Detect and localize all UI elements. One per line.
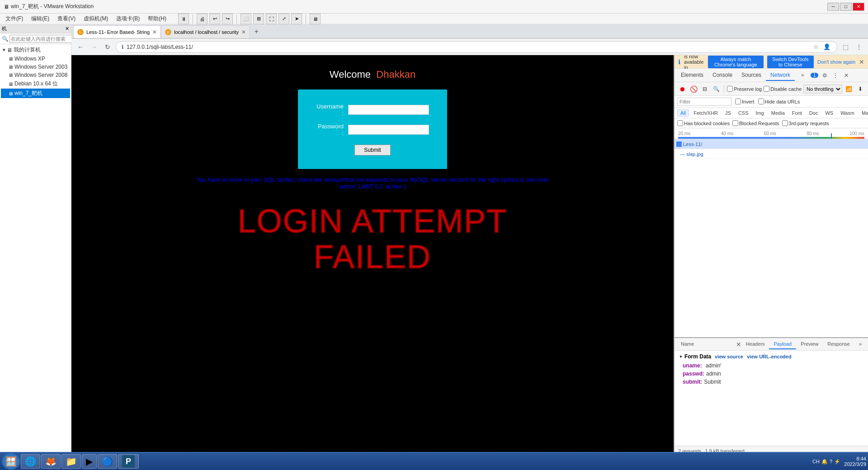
toolbar-back-button[interactable]: ↩ xyxy=(209,14,220,24)
filter-fetch-xhr[interactable]: Fetch/XHR xyxy=(691,110,721,116)
password-input[interactable] xyxy=(348,125,429,135)
hide-data-urls-label[interactable]: Hide data URLs xyxy=(758,99,800,104)
profile-icon[interactable]: 👤 xyxy=(822,42,831,52)
maximize-button[interactable]: □ xyxy=(840,3,852,11)
filter-manifest[interactable]: Manifest xyxy=(859,110,868,116)
filter-wasm[interactable]: Wasm xyxy=(838,110,857,116)
network-row-less11[interactable]: Less-11/ xyxy=(675,139,868,149)
search-input[interactable] xyxy=(9,35,75,43)
disable-cache-checkbox[interactable] xyxy=(764,86,769,92)
tab-network[interactable]: Network xyxy=(766,70,795,81)
menu-edit[interactable]: 编辑(E) xyxy=(28,14,53,24)
start-button[interactable]: 🪟 xyxy=(2,453,20,470)
tab2-close-icon[interactable]: ✕ xyxy=(241,29,246,35)
network-row-slap[interactable]: — slap.jpg xyxy=(675,149,868,159)
sidebar-item-windows-server-2003[interactable]: 🖥 Windows Server 2003 xyxy=(1,63,70,71)
detail-response-tab[interactable]: Response xyxy=(823,339,854,349)
blocked-requests-checkbox[interactable] xyxy=(732,120,738,126)
forward-button[interactable]: → xyxy=(89,42,99,52)
toolbar-send-button[interactable]: ➤ xyxy=(291,14,302,24)
has-blocked-cookies-label[interactable]: Has blocked cookies xyxy=(677,120,730,126)
devtools-info-close-icon[interactable]: ✕ xyxy=(859,58,864,66)
menu-tabs[interactable]: 选项卡(B) xyxy=(113,14,143,24)
detail-more-tab[interactable]: » xyxy=(854,339,866,349)
tab-elements[interactable]: Elements xyxy=(676,70,708,81)
invert-label[interactable]: Invert xyxy=(735,99,755,104)
taskbar-ie-item[interactable]: 🌐 xyxy=(21,454,40,469)
close-button[interactable]: ✕ xyxy=(853,3,864,11)
detail-headers-tab[interactable]: Headers xyxy=(741,339,769,349)
toolbar-pause-button[interactable]: ⏸ xyxy=(178,14,189,24)
toolbar-forward-button[interactable]: ↪ xyxy=(222,14,233,24)
extensions-button[interactable]: ⬚ xyxy=(840,42,851,52)
disable-cache-label[interactable]: Disable cache xyxy=(764,86,802,92)
sidebar-item-my-computer[interactable]: ▾ 🖥 我的计算机 xyxy=(1,45,70,55)
taskbar-files-item[interactable]: 📁 xyxy=(61,454,81,469)
taskbar-media-item[interactable]: ▶ xyxy=(82,454,97,469)
sidebar-item-debian[interactable]: 🖥 Debian 10.x 64 位 xyxy=(1,79,70,89)
username-input[interactable] xyxy=(348,105,429,115)
filter-doc[interactable]: Doc xyxy=(807,110,821,116)
sidebar-item-windows-server-2008[interactable]: 🖥 Windows Server 2008 xyxy=(1,71,70,79)
dont-show-again-link[interactable]: Don't show again xyxy=(817,59,855,65)
toolbar-fullscreen-button[interactable]: ⛶ xyxy=(266,14,277,24)
switch-devtools-button[interactable]: Switch DevTools to Chinese xyxy=(767,56,814,68)
minimize-button[interactable]: ─ xyxy=(827,3,839,11)
sidebar-close-icon[interactable]: ✕ xyxy=(65,26,69,32)
preserve-log-checkbox[interactable] xyxy=(727,86,733,92)
blocked-requests-label[interactable]: Blocked Requests xyxy=(732,120,779,126)
match-language-button[interactable]: Always match Chrome's language xyxy=(708,56,763,68)
taskbar-p-item[interactable]: P xyxy=(118,454,139,469)
preserve-log-label[interactable]: Preserve log xyxy=(727,86,762,92)
taskbar-chrome-item[interactable]: 🔵 xyxy=(98,454,117,469)
toolbar-display-button[interactable]: 🖥 xyxy=(310,14,321,24)
taskbar-browser-item[interactable]: 🦊 xyxy=(41,454,61,469)
bookmark-icon[interactable]: ☆ xyxy=(811,42,821,52)
filter-toggle-button[interactable]: ⊟ xyxy=(700,84,710,94)
toolbar-window-button[interactable]: ⬜ xyxy=(241,14,251,24)
filter-media[interactable]: Media xyxy=(769,110,788,116)
window-controls[interactable]: ─ □ ✕ xyxy=(827,3,864,11)
menu-vm[interactable]: 虚拟机(M) xyxy=(80,14,112,24)
filter-ws[interactable]: WS xyxy=(822,110,836,116)
sidebar-item-windows-xp[interactable]: 🖥 Windows XP xyxy=(1,55,70,63)
throttling-select[interactable]: No throttling xyxy=(803,85,842,94)
toolbar-snap-button[interactable]: ⊞ xyxy=(253,14,264,24)
view-url-encoded-link[interactable]: view URL-encoded xyxy=(747,354,791,359)
tab1-close-icon[interactable]: ✕ xyxy=(152,29,157,35)
toolbar-stretch-button[interactable]: ⤢ xyxy=(278,14,289,24)
filter-img[interactable]: Img xyxy=(753,110,767,116)
submit-button[interactable]: Submit xyxy=(354,145,390,155)
third-party-label[interactable]: 3rd-party requests xyxy=(782,120,829,126)
hide-data-urls-checkbox[interactable] xyxy=(758,99,764,104)
tab-sources[interactable]: Sources xyxy=(737,70,766,81)
settings-icon[interactable]: ⚙ xyxy=(820,71,829,80)
reload-button[interactable]: ↻ xyxy=(102,42,113,52)
detail-name-tab[interactable]: Name xyxy=(676,339,698,349)
wifi-icon[interactable]: 📶 xyxy=(844,84,854,94)
filter-all[interactable]: All xyxy=(677,109,689,117)
filter-js[interactable]: JS xyxy=(722,110,734,116)
third-party-checkbox[interactable] xyxy=(782,120,788,126)
address-bar[interactable]: ℹ 127.0.0.1/sqli-labs/Less-11/ ☆ 👤 xyxy=(116,41,837,53)
upload-icon[interactable]: ⬇ xyxy=(856,84,865,94)
filter-input[interactable] xyxy=(677,98,731,106)
browser-tab-2[interactable]: p localhost / localhost / security ✕ xyxy=(161,25,250,38)
toolbar-print-button[interactable]: 🖨 xyxy=(197,14,208,24)
record-button[interactable]: ⏺ xyxy=(677,84,687,94)
tab-console[interactable]: Console xyxy=(708,70,737,81)
invert-checkbox[interactable] xyxy=(735,99,741,104)
tab-more[interactable]: » xyxy=(797,70,809,81)
clear-button[interactable]: 🚫 xyxy=(689,84,698,94)
back-button[interactable]: ← xyxy=(75,42,86,52)
browser-tab-1[interactable]: L Less-11- Error Based- String ✕ xyxy=(73,25,161,38)
menu-file[interactable]: 文件(F) xyxy=(2,14,27,24)
menu-button[interactable]: ⋮ xyxy=(854,42,864,52)
detail-close-icon[interactable]: ✕ xyxy=(736,341,741,348)
sidebar-item-win7[interactable]: 🖥 win_7_靶机 xyxy=(1,89,70,98)
has-blocked-cookies-checkbox[interactable] xyxy=(677,120,683,126)
menu-view[interactable]: 查看(V) xyxy=(54,14,79,24)
devtools-close-icon[interactable]: ✕ xyxy=(842,71,851,80)
filter-font[interactable]: Font xyxy=(789,110,805,116)
filter-css[interactable]: CSS xyxy=(736,110,751,116)
